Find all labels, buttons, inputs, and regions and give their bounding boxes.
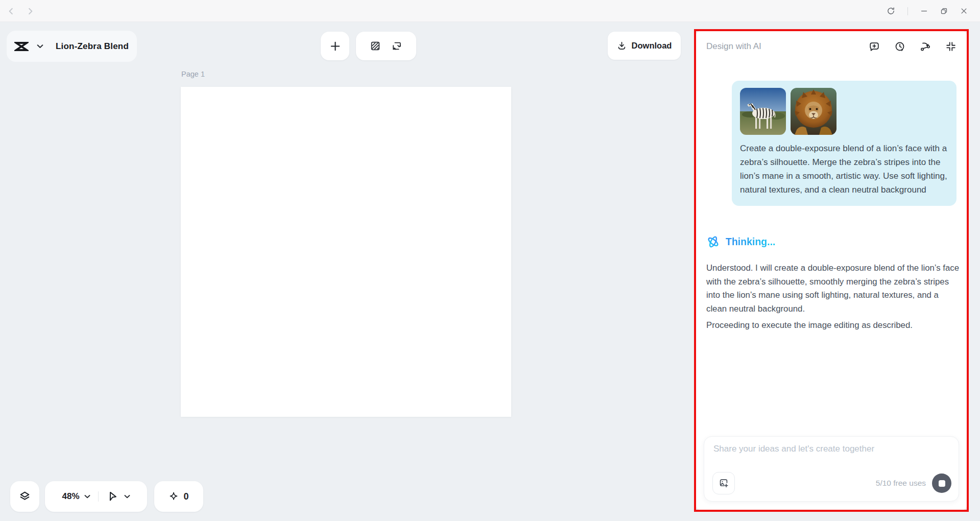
app-surface: Lion-Zebra Blend Download Page (0, 22, 980, 521)
assistant-response: Understood. I will create a double-expos… (706, 262, 960, 333)
layers-icon (18, 490, 31, 503)
resize-crop-icon[interactable] (391, 40, 402, 52)
doc-menu-chevron-icon[interactable] (37, 44, 43, 49)
assistant-paragraph-1: Understood. I will create a double-expos… (706, 262, 960, 316)
user-message-text: Create a double-exposure blend of a lion… (740, 141, 948, 197)
history-icon[interactable] (894, 41, 905, 52)
layers-button[interactable] (10, 481, 39, 512)
thinking-label: Thinking... (726, 236, 776, 248)
chat-input[interactable] (713, 444, 948, 468)
new-chat-icon[interactable] (869, 41, 880, 52)
close-icon[interactable] (960, 7, 968, 15)
pill-divider (98, 491, 99, 502)
document-title: Lion-Zebra Blend (56, 41, 129, 52)
design-canvas[interactable] (181, 87, 511, 417)
ai-atom-icon (706, 235, 720, 249)
zoom-chevron-icon[interactable] (84, 494, 90, 499)
credits-pill[interactable]: 0 (154, 481, 203, 512)
stop-generation-button[interactable] (932, 473, 951, 493)
add-image-button[interactable] (712, 472, 735, 494)
zoom-tool-pill: 48% (45, 481, 147, 512)
user-message-bubble: Create a double-exposure blend of a lion… (732, 81, 957, 206)
chat-input-card: 5/10 free uses (704, 436, 959, 502)
thinking-status: Thinking... (706, 235, 776, 249)
capcut-logo-icon[interactable] (14, 40, 29, 53)
ai-panel: Design with AI (696, 31, 967, 510)
lion-attachment-thumbnail[interactable] (791, 88, 836, 135)
image-plus-icon (718, 478, 729, 489)
stop-icon (939, 480, 945, 487)
restore-icon[interactable] (940, 7, 948, 15)
document-pill: Lion-Zebra Blend (7, 31, 137, 62)
add-page-button[interactable] (321, 32, 349, 60)
free-uses-counter: 5/10 free uses (876, 479, 926, 488)
assistant-paragraph-2: Proceeding to execute the image editing … (706, 319, 960, 333)
download-icon (617, 41, 627, 51)
window-titlebar (0, 0, 980, 22)
minimize-icon[interactable] (920, 7, 928, 15)
cursor-tool-icon[interactable] (106, 490, 118, 503)
sparkle-icon (169, 491, 179, 502)
page-label: Page 1 (181, 70, 205, 78)
zoom-level[interactable]: 48% (62, 491, 79, 502)
share-flow-icon[interactable] (920, 41, 931, 52)
back-icon[interactable] (7, 7, 16, 16)
canvas-tools-group (356, 32, 416, 60)
download-button[interactable]: Download (608, 32, 681, 60)
download-label: Download (632, 41, 672, 51)
zebra-attachment-thumbnail[interactable] (740, 88, 786, 135)
ai-panel-header: Design with AI (696, 31, 967, 62)
forward-icon[interactable] (26, 7, 35, 16)
collapse-panel-icon[interactable] (945, 41, 957, 52)
background-fill-icon[interactable] (370, 40, 381, 52)
ai-panel-title: Design with AI (706, 41, 761, 52)
credits-count: 0 (183, 491, 188, 502)
titlebar-divider (907, 7, 908, 15)
cursor-chevron-icon[interactable] (124, 494, 130, 499)
reload-icon[interactable] (887, 7, 895, 15)
